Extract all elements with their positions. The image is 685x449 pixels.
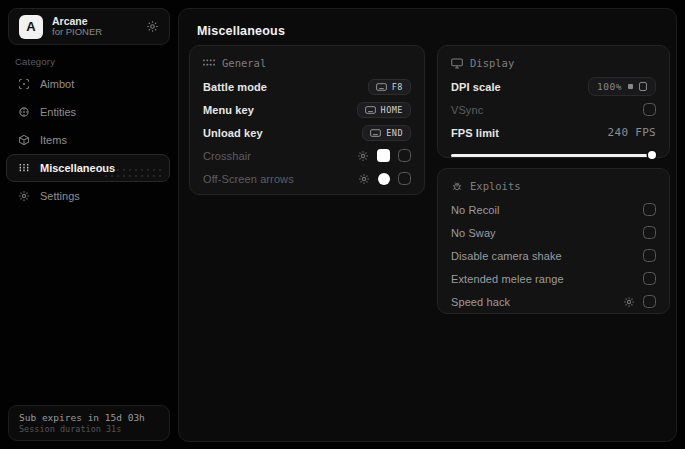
sub-expires-text: Sub expires in 15d 03h	[19, 412, 159, 423]
no-sway-checkbox[interactable]	[643, 226, 656, 239]
crosshair-checkbox[interactable]	[398, 149, 411, 162]
slider-track	[451, 154, 656, 158]
dpi-scale-row: DPI scale 100%	[451, 75, 656, 98]
extended-melee-range-label: Extended melee range	[451, 273, 564, 285]
no-sway-row: No Sway	[451, 221, 656, 244]
fps-limit-value: 240 FPS	[608, 126, 656, 139]
disable-camera-shake-label: Disable camera shake	[451, 250, 562, 262]
sidebar-item-aimbot[interactable]: Aimbot	[6, 70, 170, 98]
menu-key-label: Menu key	[203, 104, 254, 116]
scale-large-icon	[639, 82, 647, 91]
active-item-texture	[103, 167, 161, 179]
brand-card: A Arcane for PIONER	[8, 8, 170, 45]
crosshair-color-swatch[interactable]	[377, 149, 390, 162]
slider-thumb[interactable]	[648, 151, 656, 159]
keyboard-icon	[365, 106, 376, 114]
radar-icon	[17, 106, 30, 118]
exploits-card: Exploits No Recoil No Sway Disable camer…	[437, 168, 670, 314]
vsync-label: VSync	[451, 104, 483, 116]
vsync-checkbox[interactable]	[643, 103, 656, 116]
fps-limit-slider[interactable]	[451, 151, 656, 159]
bug-icon	[451, 180, 463, 192]
sidebar-item-label: Entities	[40, 106, 76, 118]
offscreen-color-swatch[interactable]	[378, 173, 390, 185]
grid-icon	[17, 162, 30, 174]
sidebar-item-miscellaneous[interactable]: Miscellaneous	[6, 154, 170, 182]
fps-limit-row: FPS limit 240 FPS	[451, 121, 656, 144]
keyboard-icon	[376, 83, 387, 91]
speed-hack-label: Speed hack	[451, 296, 510, 308]
sidebar-item-settings[interactable]: Settings	[6, 182, 170, 210]
app-logo: A	[19, 15, 43, 39]
sidebar-item-label: Settings	[40, 190, 80, 202]
speed-hack-settings-gear-icon[interactable]	[623, 296, 635, 308]
menu-key-keybind[interactable]: HOME	[357, 102, 411, 118]
sidebar-item-entities[interactable]: Entities	[6, 98, 170, 126]
extended-melee-range-row: Extended melee range	[451, 267, 656, 290]
cube-icon	[17, 134, 30, 146]
speed-hack-checkbox[interactable]	[643, 295, 656, 308]
main-panel: Miscellaneous General Battle mode	[178, 8, 677, 442]
unload-key-keybind[interactable]: END	[362, 125, 411, 141]
crosshair-label: Crosshair	[203, 150, 251, 162]
crosshair-row: Crosshair	[203, 144, 411, 167]
menu-key-row: Menu key HOME	[203, 98, 411, 121]
vsync-row: VSync	[451, 98, 656, 121]
exploits-card-title: Exploits	[470, 180, 521, 192]
dpi-scale-stepper[interactable]: 100%	[588, 77, 656, 96]
monitor-icon	[451, 58, 463, 69]
battle-mode-row: Battle mode F8	[203, 75, 411, 98]
general-card: General Battle mode F8 Menu key	[189, 45, 425, 195]
page-title: Miscellaneous	[197, 24, 285, 38]
scan-icon	[17, 78, 30, 90]
dpi-scale-label: DPI scale	[451, 81, 501, 93]
keyboard-icon	[370, 129, 381, 137]
brand-text: Arcane for PIONER	[52, 15, 137, 38]
no-recoil-checkbox[interactable]	[643, 203, 656, 216]
sidebar-item-items[interactable]: Items	[6, 126, 170, 154]
general-card-title: General	[222, 57, 266, 69]
no-recoil-row: No Recoil	[451, 198, 656, 221]
unload-key-label: Unload key	[203, 127, 263, 139]
offscreen-arrows-label: Off-Screen arrows	[203, 173, 294, 185]
app-subtitle: for PIONER	[52, 27, 137, 38]
category-label: Category	[15, 56, 55, 67]
keybind-value: HOME	[381, 105, 403, 115]
no-sway-label: No Sway	[451, 227, 496, 239]
display-card-title: Display	[470, 57, 514, 69]
sidebar: A Arcane for PIONER Category Aimbot	[0, 0, 176, 449]
sidebar-item-label: Aimbot	[40, 78, 74, 90]
battle-mode-label: Battle mode	[203, 81, 267, 93]
keyboard-grid-icon	[203, 58, 215, 68]
settings-gear-icon[interactable]	[146, 20, 159, 33]
offscreen-arrows-row: Off-Screen arrows	[203, 167, 411, 190]
dpi-scale-value: 100%	[597, 81, 622, 92]
gear-icon	[17, 190, 30, 202]
extended-melee-range-checkbox[interactable]	[643, 272, 656, 285]
battle-mode-keybind[interactable]: F8	[368, 79, 411, 95]
subscription-info-card: Sub expires in 15d 03h Session duration …	[8, 405, 170, 441]
session-duration-text: Session duration 31s	[19, 424, 159, 434]
crosshair-settings-gear-icon[interactable]	[357, 150, 369, 162]
fps-limit-label: FPS limit	[451, 127, 499, 139]
unload-key-row: Unload key END	[203, 121, 411, 144]
speed-hack-row: Speed hack	[451, 290, 656, 313]
keybind-value: END	[386, 128, 403, 138]
keybind-value: F8	[392, 82, 403, 92]
sidebar-item-label: Items	[40, 134, 67, 146]
scale-small-icon	[628, 84, 633, 89]
disable-camera-shake-checkbox[interactable]	[643, 249, 656, 262]
no-recoil-label: No Recoil	[451, 204, 500, 216]
disable-camera-shake-row: Disable camera shake	[451, 244, 656, 267]
offscreen-arrows-checkbox[interactable]	[398, 172, 411, 185]
display-card: Display DPI scale 100% VSync FPS limit 2…	[437, 45, 670, 158]
category-nav: Aimbot Entities Items	[6, 70, 170, 210]
offscreen-settings-gear-icon[interactable]	[358, 173, 370, 185]
